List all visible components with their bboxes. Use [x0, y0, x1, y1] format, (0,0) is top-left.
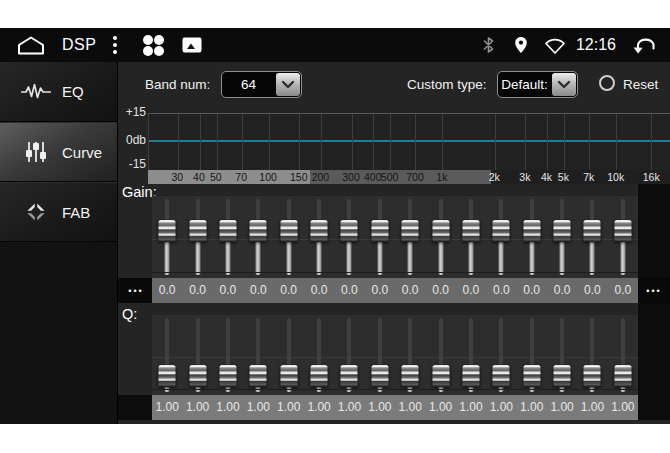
band-slider[interactable]: [547, 315, 577, 395]
band-value: 0.0: [547, 278, 577, 303]
chevron-down-icon[interactable]: [276, 73, 300, 96]
band-num-select[interactable]: 64: [221, 71, 302, 98]
apps-grid-icon[interactable]: [142, 34, 165, 57]
gain-fader-thumb[interactable]: [432, 220, 449, 242]
gain-fader-thumb[interactable]: [250, 220, 267, 242]
slider-track-lower: [165, 240, 170, 275]
sidebar-item-fab[interactable]: FAB: [0, 182, 117, 242]
reset-radio[interactable]: [599, 75, 615, 91]
sidebar-item-eq[interactable]: EQ: [0, 62, 117, 122]
q-fader-thumb[interactable]: [584, 365, 601, 387]
gallery-icon[interactable]: [182, 37, 202, 53]
slider-track-lower: [225, 240, 230, 275]
band-slider[interactable]: [456, 315, 486, 395]
band-num-value: 64: [222, 72, 275, 97]
q-fader-thumb[interactable]: [159, 365, 176, 387]
band-slider[interactable]: [486, 196, 516, 278]
band-slider[interactable]: [274, 196, 304, 278]
head-unit-screen: DSP 12:16: [0, 28, 670, 424]
band-slider[interactable]: [182, 196, 212, 278]
clock: 12:16: [576, 36, 616, 54]
q-fader-thumb[interactable]: [614, 365, 631, 387]
band-slider[interactable]: [608, 196, 638, 278]
curve-plot[interactable]: [148, 113, 670, 170]
gain-more-left-button[interactable]: •••: [120, 278, 152, 303]
band-slider[interactable]: [213, 196, 243, 278]
custom-type-select[interactable]: Default:: [497, 71, 578, 98]
gain-fader-thumb[interactable]: [280, 220, 297, 242]
slider-track-lower: [286, 240, 291, 275]
q-fader-thumb[interactable]: [371, 365, 388, 387]
band-slider[interactable]: [425, 196, 455, 278]
band-slider[interactable]: [425, 315, 455, 395]
band-slider[interactable]: [395, 196, 425, 278]
gain-fader-thumb[interactable]: [462, 220, 479, 242]
q-fader-thumb[interactable]: [311, 365, 328, 387]
band-slider[interactable]: [517, 315, 547, 395]
gain-more-right-button[interactable]: •••: [638, 278, 670, 303]
gain-fader-thumb[interactable]: [493, 220, 510, 242]
freq-gridline: [442, 114, 443, 170]
q-fader-thumb[interactable]: [493, 365, 510, 387]
band-slider[interactable]: [486, 315, 516, 395]
chevron-down-icon[interactable]: [552, 73, 576, 96]
q-fader-thumb[interactable]: [462, 365, 479, 387]
band-slider[interactable]: [365, 196, 395, 278]
sidebar-item-curve[interactable]: Curve: [0, 122, 117, 182]
q-fader-thumb[interactable]: [189, 365, 206, 387]
band-slider[interactable]: [577, 196, 607, 278]
zero-db-line: [149, 140, 670, 142]
band-slider[interactable]: [152, 315, 182, 395]
band-slider[interactable]: [395, 315, 425, 395]
gain-fader-thumb[interactable]: [402, 220, 419, 242]
q-fader-thumb[interactable]: [432, 365, 449, 387]
q-fader-thumb[interactable]: [280, 365, 297, 387]
band-slider[interactable]: [152, 196, 182, 278]
home-icon[interactable]: [16, 35, 46, 55]
freq-gridline: [217, 114, 218, 170]
gain-fader-thumb[interactable]: [219, 220, 236, 242]
gain-fader-thumb[interactable]: [341, 220, 358, 242]
slider-track-lower: [560, 240, 565, 275]
freq-label: 70: [235, 170, 247, 184]
band-value: 0.0: [577, 278, 607, 303]
q-fader-thumb[interactable]: [402, 365, 419, 387]
q-fader-thumb[interactable]: [341, 365, 358, 387]
band-slider[interactable]: [304, 315, 334, 395]
gain-fader-thumb[interactable]: [523, 220, 540, 242]
overflow-menu-icon[interactable]: [112, 35, 118, 55]
back-icon[interactable]: [632, 36, 658, 55]
q-fader-thumb[interactable]: [554, 365, 571, 387]
gain-fader-thumb[interactable]: [159, 220, 176, 242]
band-slider[interactable]: [243, 196, 273, 278]
band-slider[interactable]: [213, 315, 243, 395]
band-slider[interactable]: [334, 196, 364, 278]
eq-waveform-icon: [20, 83, 52, 101]
band-slider[interactable]: [547, 196, 577, 278]
q-fader-thumb[interactable]: [523, 365, 540, 387]
band-slider[interactable]: [334, 315, 364, 395]
q-fader-thumb[interactable]: [219, 365, 236, 387]
gain-fader-thumb[interactable]: [584, 220, 601, 242]
gain-fader-thumb[interactable]: [189, 220, 206, 242]
q-fader-thumb[interactable]: [250, 365, 267, 387]
freq-gridline: [269, 114, 270, 170]
band-slider[interactable]: [365, 315, 395, 395]
freq-gridline: [616, 114, 617, 170]
band-slider[interactable]: [182, 315, 212, 395]
band-slider[interactable]: [608, 315, 638, 395]
gain-fader-thumb[interactable]: [311, 220, 328, 242]
band-slider[interactable]: [517, 196, 547, 278]
freq-gridline: [564, 114, 565, 170]
gain-fader-thumb[interactable]: [554, 220, 571, 242]
freq-gridline: [589, 114, 590, 170]
freq-gridline: [415, 114, 416, 170]
band-slider[interactable]: [577, 315, 607, 395]
band-slider[interactable]: [304, 196, 334, 278]
band-slider[interactable]: [274, 315, 304, 395]
gain-fader-thumb[interactable]: [371, 220, 388, 242]
band-slider[interactable]: [243, 315, 273, 395]
band-slider[interactable]: [456, 196, 486, 278]
sidebar-item-label: EQ: [62, 83, 84, 100]
gain-fader-thumb[interactable]: [614, 220, 631, 242]
